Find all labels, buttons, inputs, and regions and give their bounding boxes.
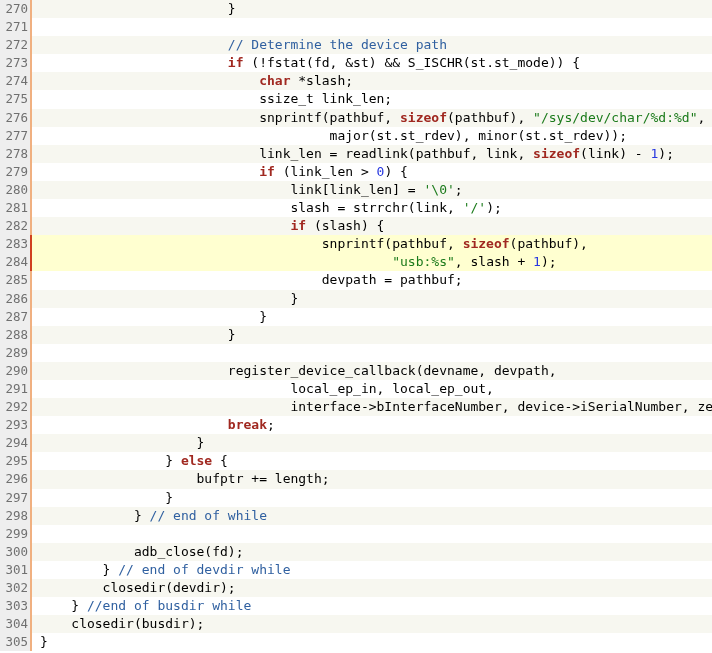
token-plain: snprintf(pathbuf, [40, 236, 463, 251]
code-cell[interactable]: ssize_t link_len; [32, 90, 712, 108]
line-number[interactable]: 292 [0, 398, 30, 416]
code-row: 284 "usb:%s", slash + 1); [0, 253, 712, 271]
line-number[interactable]: 288 [0, 326, 30, 344]
token-plain: ssize_t link_len; [40, 91, 392, 106]
code-cell[interactable]: if (slash) { [32, 217, 712, 235]
code-cell[interactable]: } // end of devdir while [32, 561, 712, 579]
code-cell[interactable]: bufptr += length; [32, 470, 712, 488]
code-cell[interactable]: } else { [32, 452, 712, 470]
token-plain: *slash; [290, 73, 353, 88]
line-number[interactable]: 304 [0, 615, 30, 633]
line-number[interactable]: 303 [0, 597, 30, 615]
code-row: 286 } [0, 290, 712, 308]
token-kw: break [228, 417, 267, 432]
line-number[interactable]: 291 [0, 380, 30, 398]
code-cell[interactable]: register_device_callback(devname, devpat… [32, 362, 712, 380]
line-number[interactable]: 271 [0, 18, 30, 36]
code-row: 270 } [0, 0, 712, 18]
code-cell[interactable]: if (link_len > 0) { [32, 163, 712, 181]
line-number[interactable]: 281 [0, 199, 30, 217]
line-number[interactable]: 275 [0, 90, 30, 108]
line-number[interactable]: 272 [0, 36, 30, 54]
code-cell[interactable]: interface->bInterfaceNumber, device->iSe… [32, 398, 712, 416]
code-cell[interactable]: } [32, 290, 712, 308]
line-number[interactable]: 289 [0, 344, 30, 362]
code-cell[interactable]: slash = strrchr(link, '/'); [32, 199, 712, 217]
code-cell[interactable]: snprintf(pathbuf, sizeof(pathbuf), [32, 235, 712, 253]
code-cell[interactable]: } // end of while [32, 507, 712, 525]
line-number[interactable]: 299 [0, 525, 30, 543]
line-number[interactable]: 298 [0, 507, 30, 525]
code-row: 304 closedir(busdir); [0, 615, 712, 633]
line-number[interactable]: 270 [0, 0, 30, 18]
line-number[interactable]: 293 [0, 416, 30, 434]
line-number[interactable]: 278 [0, 145, 30, 163]
code-cell[interactable]: } [32, 633, 712, 651]
code-row: 289 [0, 344, 712, 362]
line-number[interactable]: 295 [0, 452, 30, 470]
code-cell[interactable] [32, 344, 712, 362]
token-plain: bufptr += length; [40, 471, 330, 486]
line-number[interactable]: 296 [0, 470, 30, 488]
code-cell[interactable]: adb_close(fd); [32, 543, 712, 561]
line-number[interactable]: 294 [0, 434, 30, 452]
code-cell[interactable]: link[link_len] = '\0'; [32, 181, 712, 199]
code-cell[interactable]: char *slash; [32, 72, 712, 90]
code-cell[interactable]: } [32, 308, 712, 326]
line-number[interactable]: 297 [0, 489, 30, 507]
line-number[interactable]: 280 [0, 181, 30, 199]
code-cell[interactable]: // Determine the device path [32, 36, 712, 54]
code-cell[interactable]: } //end of busdir while [32, 597, 712, 615]
line-number[interactable]: 274 [0, 72, 30, 90]
token-plain: link[link_len] = [40, 182, 424, 197]
code-cell[interactable]: closedir(busdir); [32, 615, 712, 633]
code-cell[interactable]: major(st.st_rdev), minor(st.st_rdev)); [32, 127, 712, 145]
line-number[interactable]: 283 [0, 235, 30, 253]
line-number[interactable]: 301 [0, 561, 30, 579]
code-cell[interactable]: snprintf(pathbuf, sizeof(pathbuf), "/sys… [32, 109, 712, 127]
line-number[interactable]: 285 [0, 271, 30, 289]
code-cell[interactable]: devpath = pathbuf; [32, 271, 712, 289]
line-number[interactable]: 277 [0, 127, 30, 145]
line-number[interactable]: 290 [0, 362, 30, 380]
token-plain: adb_close(fd); [40, 544, 244, 559]
code-cell[interactable]: } [32, 434, 712, 452]
line-number[interactable]: 302 [0, 579, 30, 597]
code-cell[interactable]: link_len = readlink(pathbuf, link, sizeo… [32, 145, 712, 163]
line-number[interactable]: 305 [0, 633, 30, 651]
token-plain [40, 73, 259, 88]
code-cell[interactable] [32, 525, 712, 543]
code-cell[interactable]: } [32, 489, 712, 507]
code-cell[interactable]: "usb:%s", slash + 1); [32, 253, 712, 271]
token-plain: ; [267, 417, 275, 432]
code-row: 290 register_device_callback(devname, de… [0, 362, 712, 380]
token-plain: closedir(devdir); [40, 580, 236, 595]
code-row: 299 [0, 525, 712, 543]
line-number[interactable]: 287 [0, 308, 30, 326]
code-cell[interactable]: } [32, 326, 712, 344]
line-number[interactable]: 300 [0, 543, 30, 561]
token-st: '\0' [424, 182, 455, 197]
token-plain: (link_len > [275, 164, 377, 179]
code-cell[interactable]: break; [32, 416, 712, 434]
code-cell[interactable]: local_ep_in, local_ep_out, [32, 380, 712, 398]
code-row: 288 } [0, 326, 712, 344]
code-cell[interactable]: } [32, 0, 712, 18]
token-plain [40, 55, 228, 70]
line-number[interactable]: 279 [0, 163, 30, 181]
token-plain: (pathbuf), [447, 110, 533, 125]
token-lit: 1 [533, 254, 541, 269]
code-cell[interactable]: closedir(devdir); [32, 579, 712, 597]
token-plain: } [40, 309, 267, 324]
code-cell[interactable] [32, 18, 712, 36]
line-number[interactable]: 282 [0, 217, 30, 235]
line-number[interactable]: 273 [0, 54, 30, 72]
token-kw: else [181, 453, 212, 468]
code-row: 296 bufptr += length; [0, 470, 712, 488]
code-cell[interactable]: if (!fstat(fd, &st) && S_ISCHR(st.st_mod… [32, 54, 712, 72]
line-number[interactable]: 284 [0, 253, 30, 271]
line-number[interactable]: 276 [0, 109, 30, 127]
token-plain: } [40, 490, 173, 505]
token-plain: } [40, 327, 236, 342]
line-number[interactable]: 286 [0, 290, 30, 308]
